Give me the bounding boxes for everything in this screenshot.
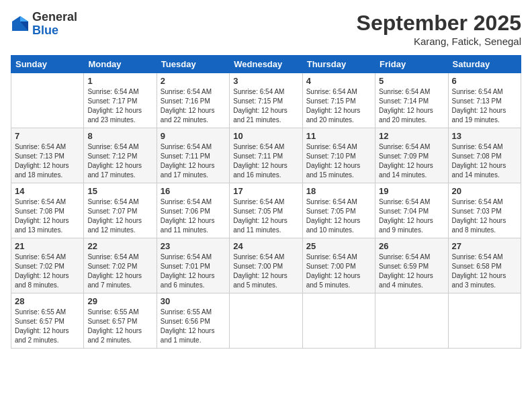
logo-blue: Blue [32, 24, 58, 37]
day-number: 6 [452, 76, 517, 86]
day-info: Sunrise: 6:54 AM Sunset: 7:02 PM Dayligh… [87, 253, 152, 290]
calendar-cell: 14Sunrise: 6:54 AM Sunset: 7:08 PM Dayli… [11, 183, 84, 238]
day-info: Sunrise: 6:54 AM Sunset: 7:02 PM Dayligh… [15, 253, 80, 290]
calendar-cell: 16Sunrise: 6:54 AM Sunset: 7:06 PM Dayli… [157, 183, 229, 238]
day-info: Sunrise: 6:54 AM Sunset: 7:00 PM Dayligh… [306, 253, 371, 290]
day-number: 21 [15, 241, 80, 251]
day-number: 8 [87, 131, 152, 141]
title-block: September 2025 Karang, Fatick, Senegal [357, 11, 521, 47]
day-info: Sunrise: 6:55 AM Sunset: 6:57 PM Dayligh… [15, 308, 80, 345]
calendar-cell [375, 293, 448, 349]
day-number: 16 [161, 186, 226, 196]
day-info: Sunrise: 6:55 AM Sunset: 6:56 PM Dayligh… [161, 308, 226, 345]
day-info: Sunrise: 6:54 AM Sunset: 7:08 PM Dayligh… [452, 142, 517, 180]
calendar-cell: 11Sunrise: 6:54 AM Sunset: 7:10 PM Dayli… [302, 128, 375, 183]
day-info: Sunrise: 6:54 AM Sunset: 7:13 PM Dayligh… [15, 142, 80, 180]
calendar-cell: 25Sunrise: 6:54 AM Sunset: 7:00 PM Dayli… [302, 238, 375, 293]
calendar-cell: 4Sunrise: 6:54 AM Sunset: 7:15 PM Daylig… [302, 73, 375, 128]
logo: General Blue [11, 11, 77, 38]
day-number: 20 [452, 186, 517, 196]
day-info: Sunrise: 6:54 AM Sunset: 7:11 PM Dayligh… [161, 142, 226, 180]
page-header: General Blue September 2025 Karang, Fati… [11, 11, 521, 47]
calendar-cell: 8Sunrise: 6:54 AM Sunset: 7:12 PM Daylig… [84, 128, 157, 183]
day-number: 27 [452, 241, 517, 251]
day-info: Sunrise: 6:54 AM Sunset: 7:05 PM Dayligh… [306, 197, 371, 235]
day-number: 24 [233, 241, 298, 251]
logo-icon [11, 15, 30, 34]
day-number: 3 [233, 76, 298, 86]
day-info: Sunrise: 6:55 AM Sunset: 6:57 PM Dayligh… [87, 308, 152, 345]
calendar-cell: 19Sunrise: 6:54 AM Sunset: 7:04 PM Dayli… [375, 183, 448, 238]
day-number: 9 [161, 131, 226, 141]
month-title: September 2025 [357, 11, 521, 36]
calendar-cell: 27Sunrise: 6:54 AM Sunset: 6:58 PM Dayli… [448, 238, 521, 293]
calendar-cell: 13Sunrise: 6:54 AM Sunset: 7:08 PM Dayli… [448, 128, 521, 183]
day-header-monday: Monday [84, 56, 157, 73]
day-number: 7 [15, 131, 80, 141]
calendar-cell: 20Sunrise: 6:54 AM Sunset: 7:03 PM Dayli… [448, 183, 521, 238]
calendar-cell: 26Sunrise: 6:54 AM Sunset: 6:59 PM Dayli… [375, 238, 448, 293]
calendar-cell: 1Sunrise: 6:54 AM Sunset: 7:17 PM Daylig… [84, 73, 157, 128]
calendar-cell [11, 73, 84, 128]
day-header-tuesday: Tuesday [157, 56, 229, 73]
day-number: 11 [306, 131, 371, 141]
calendar-cell: 3Sunrise: 6:54 AM Sunset: 7:15 PM Daylig… [230, 73, 302, 128]
day-info: Sunrise: 6:54 AM Sunset: 7:09 PM Dayligh… [379, 142, 444, 180]
calendar-cell [230, 293, 302, 349]
day-info: Sunrise: 6:54 AM Sunset: 7:15 PM Dayligh… [306, 87, 371, 125]
calendar-cell: 28Sunrise: 6:55 AM Sunset: 6:57 PM Dayli… [11, 293, 84, 349]
svg-marker-1 [20, 16, 28, 21]
calendar-cell [448, 293, 521, 349]
day-header-thursday: Thursday [302, 56, 375, 73]
day-number: 18 [306, 186, 371, 196]
day-info: Sunrise: 6:54 AM Sunset: 7:16 PM Dayligh… [161, 87, 226, 125]
calendar-cell: 21Sunrise: 6:54 AM Sunset: 7:02 PM Dayli… [11, 238, 84, 293]
calendar-week-5: 28Sunrise: 6:55 AM Sunset: 6:57 PM Dayli… [11, 293, 521, 349]
day-number: 13 [452, 131, 517, 141]
day-info: Sunrise: 6:54 AM Sunset: 7:12 PM Dayligh… [87, 142, 152, 180]
day-number: 10 [233, 131, 298, 141]
day-info: Sunrise: 6:54 AM Sunset: 7:17 PM Dayligh… [87, 87, 152, 125]
calendar-cell: 9Sunrise: 6:54 AM Sunset: 7:11 PM Daylig… [157, 128, 229, 183]
day-header-wednesday: Wednesday [230, 56, 302, 73]
day-number: 19 [379, 186, 444, 196]
day-number: 26 [379, 241, 444, 251]
day-info: Sunrise: 6:54 AM Sunset: 7:06 PM Dayligh… [161, 197, 226, 235]
day-info: Sunrise: 6:54 AM Sunset: 6:59 PM Dayligh… [379, 253, 444, 290]
day-info: Sunrise: 6:54 AM Sunset: 7:07 PM Dayligh… [87, 197, 152, 235]
day-number: 2 [161, 76, 226, 86]
calendar-week-2: 7Sunrise: 6:54 AM Sunset: 7:13 PM Daylig… [11, 128, 521, 183]
calendar-week-3: 14Sunrise: 6:54 AM Sunset: 7:08 PM Dayli… [11, 183, 521, 238]
calendar-cell: 5Sunrise: 6:54 AM Sunset: 7:14 PM Daylig… [375, 73, 448, 128]
calendar-cell [302, 293, 375, 349]
day-info: Sunrise: 6:54 AM Sunset: 7:05 PM Dayligh… [233, 197, 298, 235]
calendar-week-1: 1Sunrise: 6:54 AM Sunset: 7:17 PM Daylig… [11, 73, 521, 128]
calendar-cell: 15Sunrise: 6:54 AM Sunset: 7:07 PM Dayli… [84, 183, 157, 238]
day-info: Sunrise: 6:54 AM Sunset: 6:58 PM Dayligh… [452, 253, 517, 290]
day-number: 30 [161, 296, 226, 306]
day-header-saturday: Saturday [448, 56, 521, 73]
day-number: 22 [87, 241, 152, 251]
day-info: Sunrise: 6:54 AM Sunset: 7:11 PM Dayligh… [233, 142, 298, 180]
calendar-cell: 10Sunrise: 6:54 AM Sunset: 7:11 PM Dayli… [230, 128, 302, 183]
calendar-cell: 2Sunrise: 6:54 AM Sunset: 7:16 PM Daylig… [157, 73, 229, 128]
day-info: Sunrise: 6:54 AM Sunset: 7:01 PM Dayligh… [161, 253, 226, 290]
day-number: 17 [233, 186, 298, 196]
day-info: Sunrise: 6:54 AM Sunset: 7:15 PM Dayligh… [233, 87, 298, 125]
calendar-cell: 18Sunrise: 6:54 AM Sunset: 7:05 PM Dayli… [302, 183, 375, 238]
day-number: 28 [15, 296, 80, 306]
day-info: Sunrise: 6:54 AM Sunset: 7:04 PM Dayligh… [379, 197, 444, 235]
day-info: Sunrise: 6:54 AM Sunset: 7:10 PM Dayligh… [306, 142, 371, 180]
calendar-cell: 30Sunrise: 6:55 AM Sunset: 6:56 PM Dayli… [157, 293, 229, 349]
day-header-sunday: Sunday [11, 56, 84, 73]
logo-text: General Blue [32, 11, 77, 38]
day-number: 12 [379, 131, 444, 141]
day-number: 5 [379, 76, 444, 86]
calendar-cell: 12Sunrise: 6:54 AM Sunset: 7:09 PM Dayli… [375, 128, 448, 183]
calendar-table: SundayMondayTuesdayWednesdayThursdayFrid… [11, 55, 521, 349]
day-number: 29 [87, 296, 152, 306]
calendar-cell: 23Sunrise: 6:54 AM Sunset: 7:01 PM Dayli… [157, 238, 229, 293]
calendar-cell: 24Sunrise: 6:54 AM Sunset: 7:00 PM Dayli… [230, 238, 302, 293]
calendar-header-row: SundayMondayTuesdayWednesdayThursdayFrid… [11, 56, 521, 73]
day-info: Sunrise: 6:54 AM Sunset: 7:13 PM Dayligh… [452, 87, 517, 125]
